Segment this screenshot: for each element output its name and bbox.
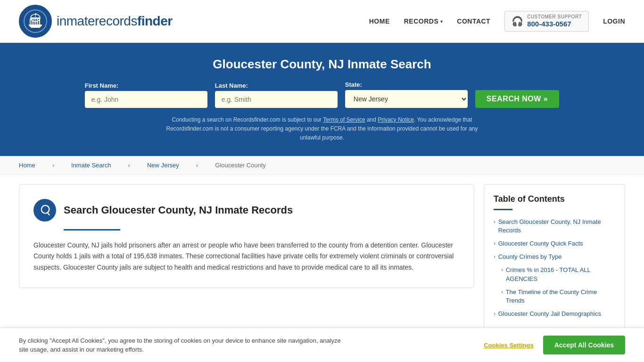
- hero-title: Gloucester County, NJ Inmate Search: [19, 57, 625, 72]
- privacy-link[interactable]: Privacy Notice: [378, 116, 414, 123]
- toc-chevron-icon-4: ›: [501, 267, 503, 272]
- svg-rect-3: [30, 19, 31, 25]
- search-icon: [39, 204, 51, 216]
- section-title: Search Gloucester County, NJ Inmate Reco…: [64, 204, 293, 216]
- cookie-text: By clicking "Accept All Cookies", you ag…: [19, 336, 349, 343]
- toc-item-5[interactable]: › The Timeline of the County Crime Trend…: [501, 288, 615, 305]
- support-number: 800-433-0567: [527, 20, 582, 28]
- toc-item-1[interactable]: › Search Gloucester County, NJ Inmate Re…: [494, 218, 615, 235]
- customer-support-box[interactable]: 🎧 CUSTOMER SUPPORT 800-433-0567: [504, 11, 589, 32]
- main-body-text: Gloucester County, NJ jails hold prisone…: [33, 240, 460, 273]
- search-hero: Gloucester County, NJ Inmate Search Firs…: [0, 43, 644, 156]
- main-content: Search Gloucester County, NJ Inmate Reco…: [0, 175, 644, 343]
- table-of-contents: Table of Contents › Search Gloucester Co…: [484, 184, 625, 333]
- support-label: CUSTOMER SUPPORT: [527, 14, 582, 20]
- breadcrumb-inmate-search[interactable]: Inmate Search: [71, 162, 111, 169]
- svg-rect-8: [39, 19, 40, 25]
- svg-rect-11: [31, 27, 40, 28]
- toc-chevron-icon-6: ›: [494, 311, 495, 316]
- svg-rect-5: [33, 19, 34, 25]
- svg-rect-10: [30, 26, 41, 27]
- toc-link-5[interactable]: The Timeline of the County Crime Trends: [506, 288, 615, 305]
- disclaimer-text: Conducting a search on Recordsfinder.com…: [157, 115, 487, 143]
- toc-link-4[interactable]: Crimes % in 2016 - TOTAL ALL AGENCIES: [506, 266, 615, 283]
- breadcrumb-home[interactable]: Home: [19, 162, 35, 169]
- toc-link-1[interactable]: Search Gloucester County, NJ Inmate Reco…: [498, 218, 615, 235]
- terms-link[interactable]: Terms of Service: [323, 116, 365, 123]
- svg-rect-4: [32, 19, 33, 25]
- nav-home[interactable]: HOME: [369, 17, 390, 25]
- toc-title: Table of Contents: [494, 194, 615, 204]
- state-group: State: New Jersey Alabama California Flo…: [345, 81, 468, 108]
- last-name-label: Last Name:: [215, 82, 248, 89]
- toc-chevron-icon-2: ›: [494, 240, 495, 246]
- toc-chevron-icon-5: ›: [501, 289, 503, 295]
- content-header: Search Gloucester County, NJ Inmate Reco…: [33, 199, 460, 222]
- search-now-button[interactable]: SEARCH NOW »: [475, 90, 559, 108]
- first-name-label: First Name:: [85, 82, 119, 89]
- breadcrumb-current: Gloucester County: [215, 162, 266, 169]
- toc-item-6[interactable]: › Gloucester County Jail Demographics: [494, 310, 615, 318]
- accept-all-cookies-button[interactable]: Accept All Cookies: [543, 336, 625, 342]
- last-name-input[interactable]: [215, 91, 338, 108]
- toc-divider: [494, 209, 512, 210]
- title-underline: [64, 229, 120, 230]
- logo-area: inmaterecordsfinder: [19, 5, 173, 38]
- section-icon: [33, 199, 56, 222]
- breadcrumb-sep-2: ›: [128, 162, 130, 169]
- logo-icon: [19, 5, 52, 38]
- breadcrumb: Home › Inmate Search › New Jersey › Glou…: [0, 156, 644, 175]
- toc-chevron-icon-3: ›: [494, 254, 495, 259]
- breadcrumb-new-jersey[interactable]: New Jersey: [147, 162, 179, 169]
- first-name-input[interactable]: [85, 91, 207, 108]
- nav-records-label[interactable]: RECORDS: [404, 17, 439, 25]
- svg-rect-7: [37, 19, 38, 25]
- header: inmaterecordsfinder HOME RECORDS ▾ CONTA…: [0, 0, 644, 43]
- content-area: Search Gloucester County, NJ Inmate Reco…: [19, 184, 474, 288]
- svg-rect-9: [29, 25, 42, 26]
- nav-contact[interactable]: CONTACT: [457, 17, 490, 25]
- last-name-group: Last Name:: [215, 82, 338, 108]
- toc-chevron-icon-1: ›: [494, 219, 495, 224]
- nav-records[interactable]: RECORDS ▾: [404, 17, 443, 25]
- toc-item-2[interactable]: › Gloucester County Quick Facts: [494, 239, 615, 248]
- toc-item-3[interactable]: › County Crimes by Type: [494, 253, 615, 261]
- toc-item-4[interactable]: › Crimes % in 2016 - TOTAL ALL AGENCIES: [501, 266, 615, 283]
- svg-rect-12: [35, 13, 36, 18]
- support-text: CUSTOMER SUPPORT 800-433-0567: [527, 14, 582, 28]
- toc-link-6[interactable]: Gloucester County Jail Demographics: [498, 310, 601, 318]
- toc-link-2[interactable]: Gloucester County Quick Facts: [498, 239, 583, 248]
- cookies-settings-button[interactable]: Cookies Settings: [484, 342, 533, 343]
- cookie-banner: By clicking "Accept All Cookies", you ag…: [0, 328, 644, 342]
- state-label: State:: [345, 81, 362, 88]
- records-chevron-icon: ▾: [440, 19, 443, 24]
- breadcrumb-sep-1: ›: [52, 162, 54, 169]
- first-name-group: First Name:: [85, 82, 207, 108]
- logo-text: inmaterecordsfinder: [57, 14, 173, 29]
- svg-rect-6: [35, 19, 36, 25]
- login-button[interactable]: LOGIN: [603, 17, 625, 25]
- state-select[interactable]: New Jersey Alabama California Florida Ne…: [345, 90, 468, 108]
- search-form: First Name: Last Name: State: New Jersey…: [19, 81, 625, 108]
- cookie-actions: Cookies Settings Accept All Cookies: [484, 336, 625, 342]
- toc-link-3[interactable]: County Crimes by Type: [498, 253, 562, 261]
- breadcrumb-sep-3: ›: [196, 162, 198, 169]
- phone-icon: 🎧: [512, 16, 523, 27]
- main-nav: HOME RECORDS ▾ CONTACT 🎧 CUSTOMER SUPPOR…: [369, 11, 625, 32]
